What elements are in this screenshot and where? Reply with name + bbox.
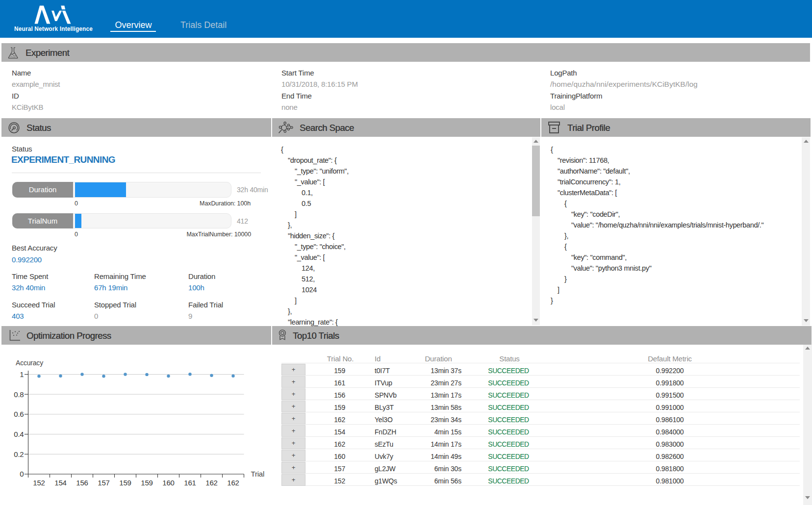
svg-text:0.2: 0.2 (14, 450, 24, 458)
svg-text:Trial: Trial (251, 470, 265, 478)
svg-text:0.4: 0.4 (14, 430, 24, 438)
svg-text:159: 159 (141, 479, 152, 487)
svg-text:162: 162 (227, 479, 239, 487)
svg-text:161: 161 (184, 479, 196, 487)
svg-text:Accuracy: Accuracy (16, 359, 43, 367)
svg-text:154: 154 (54, 479, 66, 487)
svg-text:0.6: 0.6 (14, 410, 24, 418)
svg-text:1: 1 (20, 370, 24, 379)
svg-text:0: 0 (20, 470, 24, 478)
svg-text:162: 162 (205, 479, 217, 487)
svg-text:160: 160 (162, 479, 174, 487)
svg-text:156: 156 (76, 479, 88, 487)
svg-text:157: 157 (98, 479, 109, 487)
svg-text:159: 159 (119, 479, 131, 487)
svg-text:0.8: 0.8 (14, 390, 24, 399)
svg-text:152: 152 (33, 479, 45, 487)
